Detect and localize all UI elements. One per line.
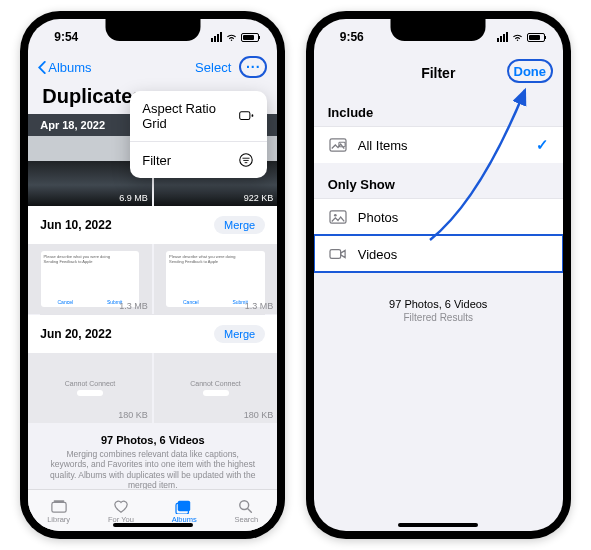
svg-rect-7 [252, 114, 254, 117]
status-indicators [497, 32, 545, 42]
select-button[interactable]: Select [195, 60, 231, 75]
home-indicator[interactable] [398, 523, 478, 527]
merge-button[interactable]: Merge [214, 216, 265, 234]
menu-filter[interactable]: Filter [130, 142, 267, 178]
tab-library[interactable]: Library [47, 498, 70, 524]
summary-count: 97 Photos, 6 Videos [46, 434, 259, 446]
checkmark-icon: ✓ [536, 136, 549, 154]
photo-thumb[interactable]: Cannot Connect 180 KB [154, 353, 278, 423]
back-label: Albums [48, 60, 91, 75]
heart-icon [112, 498, 130, 514]
svg-rect-16 [330, 250, 341, 259]
svg-line-5 [248, 508, 252, 512]
filter-icon [237, 152, 255, 168]
grid-icon [238, 108, 255, 124]
popover-menu: Aspect Ratio Grid Filter [130, 91, 267, 178]
section-include: Include [314, 91, 563, 126]
row-videos[interactable]: Videos [314, 235, 563, 272]
status-indicators [211, 32, 259, 42]
results-sub: Filtered Results [314, 312, 563, 323]
all-items-icon [328, 137, 348, 153]
results-count: 97 Photos, 6 Videos [314, 298, 563, 310]
tab-foryou[interactable]: For You [108, 498, 134, 524]
photo-thumb[interactable]: Cannot Connect 180 KB [28, 353, 152, 423]
tab-search[interactable]: Search [235, 498, 259, 524]
video-icon [328, 246, 348, 262]
filter-title: Filter [421, 65, 455, 81]
svg-point-15 [334, 214, 337, 217]
done-button[interactable]: Done [507, 59, 553, 83]
row-photos[interactable]: Photos [314, 198, 563, 235]
menu-grid[interactable]: Aspect Ratio Grid [130, 91, 267, 142]
svg-rect-0 [52, 502, 66, 512]
svg-rect-12 [330, 139, 346, 151]
photo-thumb[interactable]: Please describe what you were doingSendi… [28, 244, 152, 314]
svg-rect-6 [240, 112, 250, 120]
status-time: 9:54 [54, 30, 78, 44]
status-time: 9:56 [340, 30, 364, 44]
photo-icon [328, 209, 348, 225]
home-indicator[interactable] [113, 523, 193, 527]
svg-rect-1 [53, 500, 64, 502]
more-button[interactable]: ··· [239, 56, 267, 78]
tab-albums[interactable]: Albums [172, 498, 197, 524]
section-only-show: Only Show [314, 163, 563, 198]
group-date: Jun 10, 2022 [40, 218, 111, 232]
merge-button[interactable]: Merge [214, 325, 265, 343]
library-icon [50, 498, 68, 514]
albums-icon [175, 498, 193, 514]
search-icon [237, 498, 255, 514]
photo-thumb[interactable]: Please describe what you were doingSendi… [154, 244, 278, 314]
summary-sub: Merging combines relevant data like capt… [46, 449, 259, 492]
row-all-items[interactable]: All Items ✓ [314, 126, 563, 163]
back-button[interactable]: Albums [38, 60, 91, 75]
group-date: Jun 20, 2022 [40, 327, 111, 341]
